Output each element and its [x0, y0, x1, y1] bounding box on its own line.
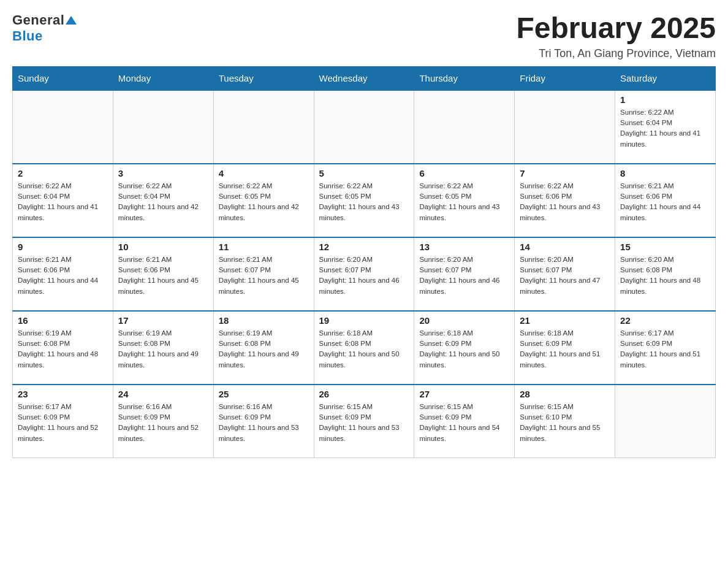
- daylight-text: Daylight: 11 hours and 51 minutes.: [620, 350, 700, 368]
- daylight-text: Daylight: 11 hours and 43 minutes.: [319, 203, 400, 221]
- sunset-text: Sunset: 6:09 PM: [118, 413, 170, 421]
- daylight-text: Daylight: 11 hours and 48 minutes.: [620, 277, 700, 294]
- table-row: 9Sunrise: 6:21 AMSunset: 6:06 PMDaylight…: [13, 237, 113, 311]
- day-info: Sunrise: 6:21 AMSunset: 6:06 PMDaylight:…: [18, 255, 108, 297]
- table-row: [615, 385, 716, 458]
- sunrise-text: Sunrise: 6:22 AM: [419, 182, 473, 190]
- col-sunday: Sunday: [13, 66, 113, 90]
- sunset-text: Sunset: 6:04 PM: [620, 119, 672, 126]
- daylight-text: Daylight: 11 hours and 52 minutes.: [118, 424, 199, 442]
- day-info: Sunrise: 6:20 AMSunset: 6:07 PMDaylight:…: [419, 255, 509, 297]
- daylight-text: Daylight: 11 hours and 52 minutes.: [18, 424, 98, 442]
- day-info: Sunrise: 6:15 AMSunset: 6:09 PMDaylight:…: [419, 402, 509, 444]
- daylight-text: Daylight: 11 hours and 42 minutes.: [118, 203, 199, 221]
- sunset-text: Sunset: 6:09 PM: [18, 413, 70, 421]
- daylight-text: Daylight: 11 hours and 46 minutes.: [319, 277, 400, 294]
- sunset-text: Sunset: 6:07 PM: [419, 266, 471, 274]
- day-number: 5: [319, 168, 409, 178]
- sunrise-text: Sunrise: 6:17 AM: [18, 403, 72, 410]
- sunset-text: Sunset: 6:08 PM: [620, 266, 672, 274]
- daylight-text: Daylight: 11 hours and 48 minutes.: [18, 350, 98, 368]
- table-row: 13Sunrise: 6:20 AMSunset: 6:07 PMDayligh…: [414, 237, 515, 311]
- col-tuesday: Tuesday: [213, 66, 314, 90]
- day-number: 22: [620, 315, 710, 326]
- day-number: 9: [18, 242, 108, 252]
- daylight-text: Daylight: 11 hours and 41 minutes.: [18, 203, 98, 221]
- daylight-text: Daylight: 11 hours and 50 minutes.: [319, 350, 400, 368]
- table-row: [213, 90, 314, 164]
- calendar-header-row: Sunday Monday Tuesday Wednesday Thursday…: [13, 66, 716, 90]
- daylight-text: Daylight: 11 hours and 49 minutes.: [118, 350, 199, 368]
- day-number: 3: [118, 168, 208, 178]
- sunset-text: Sunset: 6:04 PM: [18, 193, 70, 200]
- day-info: Sunrise: 6:20 AMSunset: 6:07 PMDaylight:…: [520, 255, 610, 297]
- table-row: 5Sunrise: 6:22 AMSunset: 6:05 PMDaylight…: [314, 164, 414, 237]
- col-saturday: Saturday: [615, 66, 716, 90]
- sunrise-text: Sunrise: 6:20 AM: [319, 256, 373, 263]
- day-info: Sunrise: 6:22 AMSunset: 6:05 PMDaylight:…: [219, 181, 309, 223]
- sunset-text: Sunset: 6:08 PM: [18, 340, 70, 347]
- day-number: 18: [219, 315, 309, 326]
- sunset-text: Sunset: 6:09 PM: [219, 413, 271, 421]
- day-info: Sunrise: 6:18 AMSunset: 6:09 PMDaylight:…: [419, 328, 509, 370]
- daylight-text: Daylight: 11 hours and 55 minutes.: [520, 424, 600, 442]
- daylight-text: Daylight: 11 hours and 43 minutes.: [520, 203, 600, 221]
- table-row: 4Sunrise: 6:22 AMSunset: 6:05 PMDaylight…: [213, 164, 314, 237]
- sunset-text: Sunset: 6:05 PM: [419, 193, 471, 200]
- day-info: Sunrise: 6:16 AMSunset: 6:09 PMDaylight:…: [118, 402, 208, 444]
- day-info: Sunrise: 6:21 AMSunset: 6:06 PMDaylight:…: [620, 181, 710, 223]
- day-info: Sunrise: 6:17 AMSunset: 6:09 PMDaylight:…: [18, 402, 108, 444]
- day-info: Sunrise: 6:22 AMSunset: 6:05 PMDaylight:…: [319, 181, 409, 223]
- day-number: 2: [18, 168, 108, 178]
- day-number: 21: [520, 315, 610, 326]
- title-section: February 2025 Tri Ton, An Giang Province…: [516, 12, 716, 60]
- sunset-text: Sunset: 6:07 PM: [520, 266, 572, 274]
- table-row: 3Sunrise: 6:22 AMSunset: 6:04 PMDaylight…: [113, 164, 213, 237]
- sunset-text: Sunset: 6:04 PM: [118, 193, 170, 200]
- daylight-text: Daylight: 11 hours and 49 minutes.: [219, 350, 299, 368]
- sunrise-text: Sunrise: 6:18 AM: [520, 329, 574, 337]
- sunrise-text: Sunrise: 6:22 AM: [319, 182, 373, 190]
- day-number: 11: [219, 242, 309, 252]
- sunrise-text: Sunrise: 6:22 AM: [18, 182, 72, 190]
- day-number: 10: [118, 242, 208, 252]
- sunrise-text: Sunrise: 6:19 AM: [118, 329, 172, 337]
- day-info: Sunrise: 6:15 AMSunset: 6:10 PMDaylight:…: [520, 402, 610, 444]
- sunset-text: Sunset: 6:06 PM: [520, 193, 572, 200]
- table-row: 24Sunrise: 6:16 AMSunset: 6:09 PMDayligh…: [113, 385, 213, 458]
- daylight-text: Daylight: 11 hours and 50 minutes.: [419, 350, 499, 368]
- day-number: 16: [18, 315, 108, 326]
- sunset-text: Sunset: 6:07 PM: [319, 266, 371, 274]
- sunrise-text: Sunrise: 6:16 AM: [118, 403, 172, 410]
- calendar-week-row: 9Sunrise: 6:21 AMSunset: 6:06 PMDaylight…: [13, 237, 716, 311]
- day-number: 4: [219, 168, 309, 178]
- sunrise-text: Sunrise: 6:18 AM: [419, 329, 473, 337]
- table-row: 28Sunrise: 6:15 AMSunset: 6:10 PMDayligh…: [515, 385, 615, 458]
- day-number: 24: [118, 389, 208, 399]
- table-row: 19Sunrise: 6:18 AMSunset: 6:08 PMDayligh…: [314, 311, 414, 385]
- daylight-text: Daylight: 11 hours and 45 minutes.: [219, 277, 299, 294]
- daylight-text: Daylight: 11 hours and 44 minutes.: [18, 277, 98, 294]
- col-wednesday: Wednesday: [314, 66, 414, 90]
- sunset-text: Sunset: 6:05 PM: [219, 193, 271, 200]
- day-info: Sunrise: 6:19 AMSunset: 6:08 PMDaylight:…: [118, 328, 208, 370]
- day-number: 27: [419, 389, 509, 399]
- sunset-text: Sunset: 6:06 PM: [18, 266, 70, 274]
- sunrise-text: Sunrise: 6:19 AM: [18, 329, 72, 337]
- col-friday: Friday: [515, 66, 615, 90]
- table-row: 23Sunrise: 6:17 AMSunset: 6:09 PMDayligh…: [13, 385, 113, 458]
- table-row: 1Sunrise: 6:22 AMSunset: 6:04 PMDaylight…: [615, 90, 716, 164]
- sunrise-text: Sunrise: 6:16 AM: [219, 403, 273, 410]
- day-info: Sunrise: 6:20 AMSunset: 6:08 PMDaylight:…: [620, 255, 710, 297]
- table-row: 14Sunrise: 6:20 AMSunset: 6:07 PMDayligh…: [515, 237, 615, 311]
- day-number: 23: [18, 389, 108, 399]
- sunset-text: Sunset: 6:06 PM: [620, 193, 672, 200]
- table-row: [515, 90, 615, 164]
- day-info: Sunrise: 6:15 AMSunset: 6:09 PMDaylight:…: [319, 402, 409, 444]
- day-number: 28: [520, 389, 610, 399]
- table-row: 15Sunrise: 6:20 AMSunset: 6:08 PMDayligh…: [615, 237, 716, 311]
- daylight-text: Daylight: 11 hours and 53 minutes.: [219, 424, 299, 442]
- table-row: 6Sunrise: 6:22 AMSunset: 6:05 PMDaylight…: [414, 164, 515, 237]
- table-row: [414, 90, 515, 164]
- table-row: 7Sunrise: 6:22 AMSunset: 6:06 PMDaylight…: [515, 164, 615, 237]
